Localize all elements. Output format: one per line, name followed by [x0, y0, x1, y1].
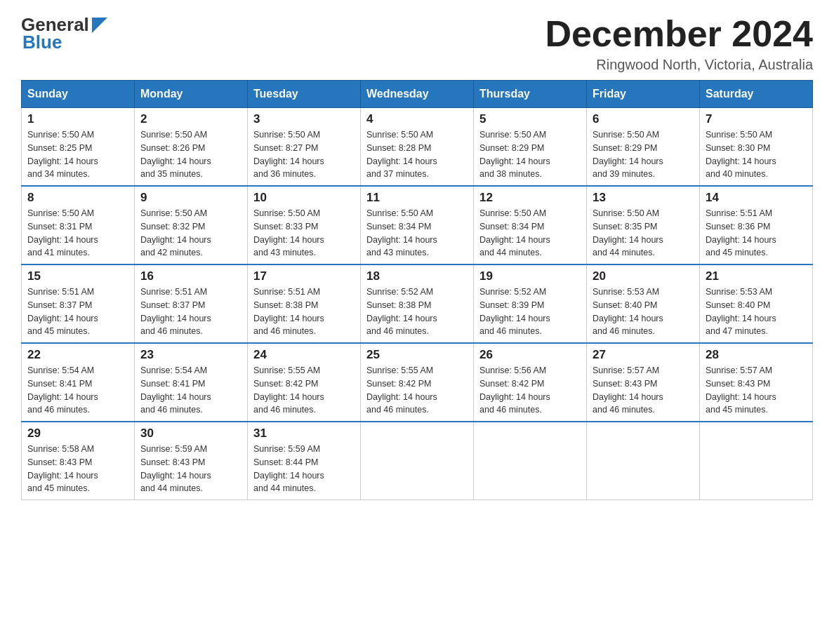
day-number: 19: [479, 269, 581, 283]
day-number: 29: [27, 427, 128, 441]
day-detail: Sunrise: 5:50 AMSunset: 8:27 PMDaylight:…: [253, 128, 355, 181]
calendar-week-row: 1Sunrise: 5:50 AMSunset: 8:25 PMDaylight…: [22, 108, 813, 187]
day-number: 10: [253, 191, 355, 205]
day-number: 15: [27, 269, 128, 283]
day-detail: Sunrise: 5:50 AMSunset: 8:34 PMDaylight:…: [366, 207, 468, 260]
day-detail: Sunrise: 5:50 AMSunset: 8:29 PMDaylight:…: [479, 128, 581, 181]
day-number: 3: [253, 112, 355, 126]
calendar-table: SundayMondayTuesdayWednesdayThursdayFrid…: [21, 80, 813, 500]
col-header-monday: Monday: [135, 81, 248, 108]
day-number: 31: [253, 427, 355, 441]
day-number: 9: [140, 191, 241, 205]
calendar-cell: 16Sunrise: 5:51 AMSunset: 8:37 PMDayligh…: [135, 264, 248, 343]
day-detail: Sunrise: 5:50 AMSunset: 8:31 PMDaylight:…: [27, 207, 128, 260]
day-detail: Sunrise: 5:51 AMSunset: 8:37 PMDaylight:…: [140, 286, 241, 338]
day-number: 4: [366, 112, 468, 126]
day-number: 27: [593, 348, 694, 362]
day-detail: Sunrise: 5:59 AMSunset: 8:43 PMDaylight:…: [140, 443, 241, 495]
calendar-title: December 2024: [545, 14, 813, 54]
calendar-cell: 12Sunrise: 5:50 AMSunset: 8:34 PMDayligh…: [474, 186, 587, 264]
logo-triangle-icon: [92, 18, 107, 33]
calendar-cell: 15Sunrise: 5:51 AMSunset: 8:37 PMDayligh…: [22, 264, 135, 343]
day-detail: Sunrise: 5:53 AMSunset: 8:40 PMDaylight:…: [593, 286, 694, 338]
calendar-cell: 18Sunrise: 5:52 AMSunset: 8:38 PMDayligh…: [361, 264, 474, 343]
calendar-cell: 17Sunrise: 5:51 AMSunset: 8:38 PMDayligh…: [248, 264, 361, 343]
day-detail: Sunrise: 5:51 AMSunset: 8:36 PMDaylight:…: [706, 207, 807, 260]
day-number: 30: [140, 427, 241, 441]
calendar-cell: [587, 422, 700, 500]
day-detail: Sunrise: 5:57 AMSunset: 8:43 PMDaylight:…: [593, 364, 694, 417]
calendar-week-row: 22Sunrise: 5:54 AMSunset: 8:41 PMDayligh…: [22, 343, 813, 422]
day-number: 5: [479, 112, 581, 126]
calendar-cell: 26Sunrise: 5:56 AMSunset: 8:42 PMDayligh…: [474, 343, 587, 422]
day-detail: Sunrise: 5:52 AMSunset: 8:38 PMDaylight:…: [366, 286, 468, 338]
calendar-cell: 3Sunrise: 5:50 AMSunset: 8:27 PMDaylight…: [248, 108, 361, 187]
page-header: General Blue December 2024 Ringwood Nort…: [21, 14, 813, 73]
day-number: 20: [593, 269, 694, 283]
day-number: 25: [366, 348, 468, 362]
day-detail: Sunrise: 5:51 AMSunset: 8:37 PMDaylight:…: [27, 286, 128, 338]
calendar-header-row: SundayMondayTuesdayWednesdayThursdayFrid…: [22, 81, 813, 108]
calendar-cell: [474, 422, 587, 500]
col-header-saturday: Saturday: [700, 81, 813, 108]
day-number: 28: [706, 348, 807, 362]
calendar-cell: 14Sunrise: 5:51 AMSunset: 8:36 PMDayligh…: [700, 186, 813, 264]
day-detail: Sunrise: 5:50 AMSunset: 8:32 PMDaylight:…: [140, 207, 241, 260]
day-detail: Sunrise: 5:58 AMSunset: 8:43 PMDaylight:…: [27, 443, 128, 495]
calendar-cell: 10Sunrise: 5:50 AMSunset: 8:33 PMDayligh…: [248, 186, 361, 264]
day-detail: Sunrise: 5:50 AMSunset: 8:30 PMDaylight:…: [706, 128, 807, 181]
day-detail: Sunrise: 5:51 AMSunset: 8:38 PMDaylight:…: [253, 286, 355, 338]
calendar-cell: [361, 422, 474, 500]
day-number: 21: [706, 269, 807, 283]
calendar-subtitle: Ringwood North, Victoria, Australia: [545, 57, 813, 73]
calendar-cell: 7Sunrise: 5:50 AMSunset: 8:30 PMDaylight…: [700, 108, 813, 187]
calendar-cell: 24Sunrise: 5:55 AMSunset: 8:42 PMDayligh…: [248, 343, 361, 422]
day-detail: Sunrise: 5:56 AMSunset: 8:42 PMDaylight:…: [479, 364, 581, 417]
calendar-cell: 8Sunrise: 5:50 AMSunset: 8:31 PMDaylight…: [22, 186, 135, 264]
day-detail: Sunrise: 5:50 AMSunset: 8:26 PMDaylight:…: [140, 128, 241, 181]
day-number: 22: [27, 348, 128, 362]
calendar-cell: 31Sunrise: 5:59 AMSunset: 8:44 PMDayligh…: [248, 422, 361, 500]
calendar-cell: 9Sunrise: 5:50 AMSunset: 8:32 PMDaylight…: [135, 186, 248, 264]
calendar-week-row: 8Sunrise: 5:50 AMSunset: 8:31 PMDaylight…: [22, 186, 813, 264]
logo: General Blue: [21, 14, 107, 53]
col-header-friday: Friday: [587, 81, 700, 108]
calendar-cell: 22Sunrise: 5:54 AMSunset: 8:41 PMDayligh…: [22, 343, 135, 422]
calendar-cell: 21Sunrise: 5:53 AMSunset: 8:40 PMDayligh…: [700, 264, 813, 343]
day-detail: Sunrise: 5:50 AMSunset: 8:34 PMDaylight:…: [479, 207, 581, 260]
calendar-cell: 19Sunrise: 5:52 AMSunset: 8:39 PMDayligh…: [474, 264, 587, 343]
calendar-cell: 6Sunrise: 5:50 AMSunset: 8:29 PMDaylight…: [587, 108, 700, 187]
day-number: 7: [706, 112, 807, 126]
calendar-cell: 25Sunrise: 5:55 AMSunset: 8:42 PMDayligh…: [361, 343, 474, 422]
col-header-thursday: Thursday: [474, 81, 587, 108]
day-number: 13: [593, 191, 694, 205]
day-number: 23: [140, 348, 241, 362]
calendar-cell: 23Sunrise: 5:54 AMSunset: 8:41 PMDayligh…: [135, 343, 248, 422]
day-detail: Sunrise: 5:59 AMSunset: 8:44 PMDaylight:…: [253, 443, 355, 495]
day-detail: Sunrise: 5:54 AMSunset: 8:41 PMDaylight:…: [27, 364, 128, 417]
calendar-cell: 5Sunrise: 5:50 AMSunset: 8:29 PMDaylight…: [474, 108, 587, 187]
calendar-cell: [700, 422, 813, 500]
day-detail: Sunrise: 5:50 AMSunset: 8:35 PMDaylight:…: [593, 207, 694, 260]
calendar-cell: 4Sunrise: 5:50 AMSunset: 8:28 PMDaylight…: [361, 108, 474, 187]
calendar-cell: 13Sunrise: 5:50 AMSunset: 8:35 PMDayligh…: [587, 186, 700, 264]
day-detail: Sunrise: 5:55 AMSunset: 8:42 PMDaylight:…: [366, 364, 468, 417]
calendar-cell: 2Sunrise: 5:50 AMSunset: 8:26 PMDaylight…: [135, 108, 248, 187]
day-detail: Sunrise: 5:50 AMSunset: 8:25 PMDaylight:…: [27, 128, 128, 181]
calendar-cell: 29Sunrise: 5:58 AMSunset: 8:43 PMDayligh…: [22, 422, 135, 500]
title-block: December 2024 Ringwood North, Victoria, …: [545, 14, 813, 73]
calendar-cell: 28Sunrise: 5:57 AMSunset: 8:43 PMDayligh…: [700, 343, 813, 422]
calendar-cell: 11Sunrise: 5:50 AMSunset: 8:34 PMDayligh…: [361, 186, 474, 264]
col-header-tuesday: Tuesday: [248, 81, 361, 108]
day-number: 2: [140, 112, 241, 126]
svg-marker-0: [92, 18, 107, 33]
col-header-wednesday: Wednesday: [361, 81, 474, 108]
day-number: 12: [479, 191, 581, 205]
day-number: 14: [706, 191, 807, 205]
day-number: 16: [140, 269, 241, 283]
day-number: 24: [253, 348, 355, 362]
calendar-cell: 20Sunrise: 5:53 AMSunset: 8:40 PMDayligh…: [587, 264, 700, 343]
day-detail: Sunrise: 5:50 AMSunset: 8:28 PMDaylight:…: [366, 128, 468, 181]
day-detail: Sunrise: 5:50 AMSunset: 8:33 PMDaylight:…: [253, 207, 355, 260]
day-detail: Sunrise: 5:57 AMSunset: 8:43 PMDaylight:…: [706, 364, 807, 417]
